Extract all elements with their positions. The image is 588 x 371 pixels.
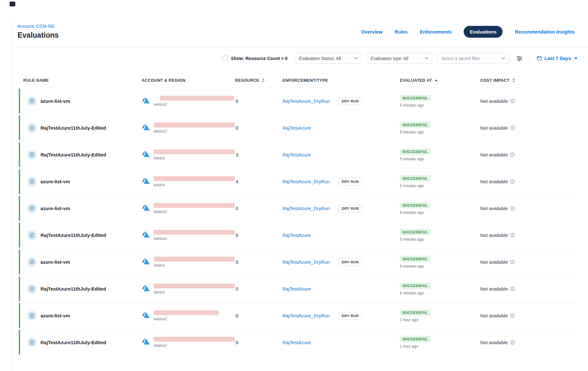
saved-filter-placeholder: Select a saved filter bbox=[441, 56, 480, 61]
account-region-cell: eastus bbox=[142, 176, 235, 187]
saved-filter-select[interactable]: Select a saved filter bbox=[437, 53, 509, 64]
rule-icon bbox=[27, 96, 37, 106]
info-icon[interactable] bbox=[510, 286, 515, 291]
info-icon[interactable] bbox=[510, 260, 515, 264]
rule-icon bbox=[27, 204, 37, 213]
date-range-picker[interactable]: Last 7 Days bbox=[535, 55, 579, 61]
rule-name: azure-list-vm bbox=[40, 98, 70, 104]
rule-name-cell: RajTestAzure11thJuly-Edited bbox=[18, 123, 142, 133]
evaluations-table: RULE NAME ACCOUNT & REGION RESOURCE ENFO… bbox=[18, 73, 579, 356]
resource-count: 3 bbox=[235, 152, 283, 157]
dry-run-badge: DRY RUN bbox=[338, 97, 362, 105]
status-badge: SUCCESSFUL bbox=[400, 229, 430, 235]
azure-icon bbox=[142, 204, 150, 213]
enforcement-link[interactable]: RajTestAzure bbox=[283, 152, 311, 157]
sort-icon-resource[interactable] bbox=[262, 78, 265, 82]
region-label: eastus bbox=[154, 290, 235, 294]
evaluated-at-cell: SUCCESSFUL 1 hour ago bbox=[400, 309, 480, 322]
column-evaluated-at[interactable]: EVALUATED AT bbox=[400, 78, 480, 83]
enforcement-cell: RajTestAzure bbox=[283, 152, 400, 157]
rule-name-cell: azure-list-vm bbox=[18, 257, 142, 267]
evaluated-at-cell: SUCCESSFUL 6 minutes ago bbox=[400, 256, 480, 269]
info-icon[interactable] bbox=[510, 340, 515, 345]
azure-icon bbox=[142, 311, 150, 320]
resource-count-filter[interactable]: Show: Resource Count > 0 bbox=[222, 56, 288, 61]
enforcement-cell: RajTestAzure bbox=[283, 340, 400, 345]
evaluated-at-cell: SUCCESSFUL 5 minutes ago bbox=[400, 122, 480, 134]
rule-name: RajTestAzure11thJuly-Edited bbox=[40, 232, 106, 238]
rule-name: azure-list-vm bbox=[40, 206, 70, 211]
evaluated-time: 6 minutes ago bbox=[400, 291, 424, 295]
rule-name-cell: azure-list-vm bbox=[18, 96, 142, 106]
rule-name: azure-list-vm bbox=[40, 259, 70, 265]
evaluated-at-cell: SUCCESSFUL 1 hour ago bbox=[400, 336, 480, 349]
account-info: eastus2 bbox=[154, 310, 219, 321]
cost-impact-value: Not available bbox=[480, 179, 508, 184]
resource-count-label: Show: Resource Count > 0 bbox=[231, 56, 288, 61]
info-icon[interactable] bbox=[510, 99, 515, 103]
info-icon[interactable] bbox=[510, 179, 515, 184]
enforcement-link[interactable]: RajTestAzure_DryRun bbox=[283, 98, 330, 104]
filter-bar: Show: Resource Count > 0 Evaluation Stat… bbox=[12, 48, 588, 68]
enforcement-link[interactable]: RajTestAzure_DryRun bbox=[283, 259, 330, 265]
resource-count: 0 bbox=[235, 313, 283, 318]
tab-overview[interactable]: Overview bbox=[361, 29, 383, 34]
sort-icon-cost-impact[interactable] bbox=[512, 78, 515, 82]
evaluated-at-cell: SUCCESSFUL 5 minutes ago bbox=[400, 229, 480, 242]
column-enforcement-type: ENFORCEMENT/TYPE bbox=[283, 78, 400, 83]
rule-icon bbox=[27, 337, 37, 347]
evaluation-status-select[interactable]: Evaluation Status: All bbox=[295, 53, 362, 64]
page-header: Account: CCM-NG Evaluations Overview Rul… bbox=[12, 0, 588, 48]
resource-count-checkbox[interactable] bbox=[222, 56, 228, 61]
enforcement-link[interactable]: RajTestAzure bbox=[283, 286, 311, 292]
rule-name: RajTestAzure11thJuly-Edited bbox=[40, 125, 106, 131]
tab-recommendation-insights[interactable]: Recommendation Insights bbox=[515, 29, 575, 34]
azure-icon bbox=[142, 150, 150, 159]
table-row: RajTestAzure11thJuly-Edited eastus 0 bbox=[18, 275, 579, 302]
tab-enforcements[interactable]: Enforcements bbox=[420, 29, 452, 34]
evaluation-type-value: Evaluation type: All bbox=[371, 56, 408, 61]
tab-evaluations[interactable]: Evaluations bbox=[464, 26, 503, 38]
enforcement-link[interactable]: RajTestAzure_DryRun bbox=[283, 206, 330, 211]
account-region-cell: eastus bbox=[142, 149, 235, 160]
rule-icon bbox=[27, 150, 37, 160]
evaluation-status-value: Evaluation Status: All bbox=[299, 56, 341, 61]
info-icon[interactable] bbox=[510, 206, 515, 211]
dry-run-badge: DRY RUN bbox=[338, 312, 362, 320]
cost-impact-cell: Not available bbox=[480, 125, 579, 131]
info-icon[interactable] bbox=[510, 125, 515, 130]
region-label: eastus2 bbox=[154, 209, 235, 214]
evaluation-type-select[interactable]: Evaluation type: All bbox=[367, 53, 432, 64]
table-row: azure-list-vm eastus 0 bbox=[18, 248, 579, 275]
evaluated-time: 5 minutes ago bbox=[400, 130, 424, 134]
sort-asc-icon[interactable] bbox=[435, 80, 437, 81]
account-region-cell: eastus2 bbox=[142, 230, 235, 241]
status-badge: SUCCESSFUL bbox=[400, 175, 430, 182]
enforcement-link[interactable]: RajTestAzure_DryRun bbox=[283, 313, 330, 318]
status-badge: SUCCESSFUL bbox=[400, 309, 430, 316]
enforcement-link[interactable]: RajTestAzure bbox=[283, 232, 311, 238]
column-resource[interactable]: RESOURCE bbox=[235, 78, 283, 83]
cost-impact-cell: Not available bbox=[480, 259, 579, 265]
account-info: eastus2 bbox=[154, 123, 235, 133]
info-icon[interactable] bbox=[510, 313, 515, 318]
evaluated-time: 5 minutes ago bbox=[400, 184, 424, 188]
dry-run-badge: DRY RUN bbox=[338, 258, 362, 266]
info-icon[interactable] bbox=[510, 152, 515, 157]
evaluated-time: 6 minutes ago bbox=[400, 264, 424, 269]
region-label: eastus2 bbox=[154, 236, 235, 241]
rule-name: azure-list-vm bbox=[40, 313, 70, 318]
header-left: Account: CCM-NG Evaluations bbox=[18, 24, 59, 40]
azure-icon bbox=[142, 284, 150, 293]
info-icon[interactable] bbox=[510, 233, 515, 238]
azure-icon bbox=[142, 96, 150, 105]
filter-settings-button[interactable] bbox=[514, 54, 525, 63]
column-cost-impact[interactable]: COST IMPACT bbox=[480, 78, 579, 83]
tab-rules[interactable]: Rules bbox=[394, 29, 408, 34]
enforcement-link[interactable]: RajTestAzure_DryRun bbox=[283, 179, 330, 184]
enforcement-cell: RajTestAzure bbox=[283, 125, 400, 131]
status-badge: SUCCESSFUL bbox=[400, 256, 430, 262]
breadcrumb-account[interactable]: Account: CCM-NG bbox=[18, 24, 59, 29]
enforcement-link[interactable]: RajTestAzure bbox=[283, 125, 311, 131]
enforcement-link[interactable]: RajTestAzure bbox=[283, 340, 311, 345]
